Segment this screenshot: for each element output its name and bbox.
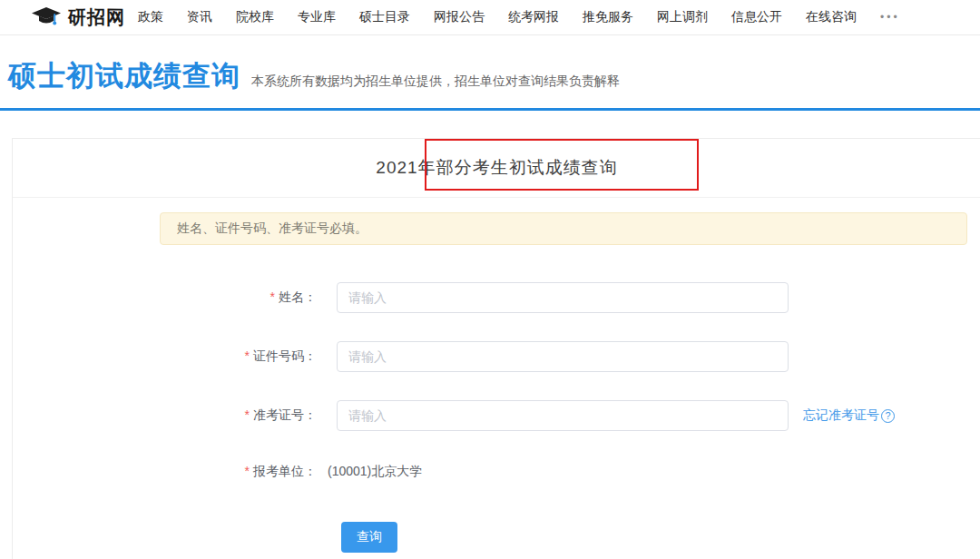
nav-item-college-library[interactable]: 院校库 xyxy=(236,9,274,25)
nav-item-online-consult[interactable]: 在线咨询 xyxy=(806,9,857,25)
hero-section: 硕士初试成绩查询 本系统所有数据均为招生单位提供，招生单位对查询结果负责解释 xyxy=(0,35,980,108)
required-fields-notice: 姓名、证件号码、准考证号必填。 xyxy=(160,212,967,245)
nav-item-info-disclosure[interactable]: 信息公开 xyxy=(731,9,782,25)
nav-item-news[interactable]: 资讯 xyxy=(187,9,212,25)
nav-more-dots[interactable]: ••• xyxy=(880,11,900,24)
panel-title: 2021年部分考生初试成绩查询 xyxy=(376,156,617,180)
required-asterisk: * xyxy=(245,348,250,363)
page-subtitle: 本系统所有数据均为招生单位提供，招生单位对查询结果负责解释 xyxy=(251,74,620,90)
panel-header: 2021年部分考生初试成绩查询 xyxy=(13,139,980,198)
nav-item-online-adjustment[interactable]: 网上调剂 xyxy=(657,9,708,25)
form-row-target-school: *报考单位： (10001)北京大学 xyxy=(13,456,980,487)
form-row-admission-ticket: *准考证号： 忘记准考证号 ? xyxy=(13,400,980,431)
required-asterisk: * xyxy=(245,407,250,422)
id-number-input[interactable] xyxy=(337,341,789,372)
target-school-label: *报考单位： xyxy=(13,464,317,480)
nav-item-unified-exam[interactable]: 统考网报 xyxy=(508,9,559,25)
page: 研招网 政策 资讯 院校库 专业库 硕士目录 网报公告 统考网报 推免服务 网上… xyxy=(0,0,980,559)
required-asterisk: * xyxy=(245,464,250,478)
id-number-label: *证件号码： xyxy=(13,348,317,365)
nav-item-exempt-service[interactable]: 推免服务 xyxy=(583,9,633,25)
query-panel: 2021年部分考生初试成绩查询 姓名、证件号码、准考证号必填。 *姓名： *证件… xyxy=(12,138,980,559)
brand-name: 研招网 xyxy=(68,5,125,30)
required-asterisk: * xyxy=(270,289,275,304)
form-row-id-number: *证件号码： xyxy=(13,341,980,372)
blue-divider xyxy=(0,108,980,111)
graduation-cap-icon xyxy=(31,6,62,28)
query-button[interactable]: 查询 xyxy=(341,522,397,553)
nav-item-major-library[interactable]: 专业库 xyxy=(298,9,336,25)
target-school-value: (10001)北京大学 xyxy=(328,464,422,480)
nav-item-master-catalog[interactable]: 硕士目录 xyxy=(359,9,410,25)
page-title: 硕士初试成绩查询 xyxy=(8,57,240,95)
name-label: *姓名： xyxy=(13,289,317,306)
nav-item-policy[interactable]: 政策 xyxy=(138,9,163,25)
admission-ticket-label: *准考证号： xyxy=(13,407,317,424)
form-row-name: *姓名： xyxy=(13,282,980,313)
nav-menu: 政策 资讯 院校库 专业库 硕士目录 网报公告 统考网报 推免服务 网上调剂 信… xyxy=(138,9,900,25)
forgot-ticket-link[interactable]: 忘记准考证号 ? xyxy=(803,407,895,424)
nav-item-online-report-notice[interactable]: 网报公告 xyxy=(434,9,485,25)
question-mark-icon: ? xyxy=(881,409,895,423)
name-input[interactable] xyxy=(337,282,789,313)
admission-ticket-input[interactable] xyxy=(337,400,789,431)
top-nav: 研招网 政策 资讯 院校库 专业库 硕士目录 网报公告 统考网报 推免服务 网上… xyxy=(0,0,980,35)
brand-logo[interactable]: 研招网 xyxy=(31,5,125,30)
